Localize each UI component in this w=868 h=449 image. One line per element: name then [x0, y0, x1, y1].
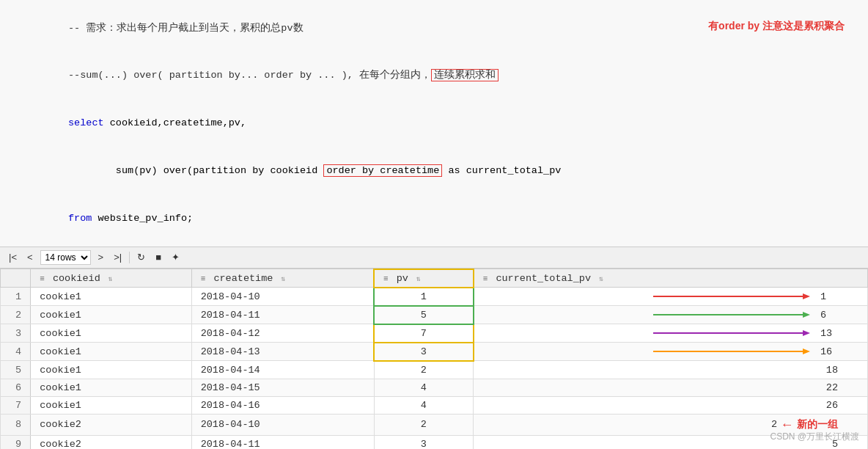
table-row: 3cookie12018-04-12713: [1, 324, 868, 343]
col-createtime[interactable]: ≡ createtime ⇅: [191, 269, 374, 288]
cookieid-col-label: cookieid: [53, 273, 100, 284]
cell-pv: 2: [374, 361, 474, 379]
col-current-total-pv[interactable]: ≡ current_total_pv ⇅: [474, 269, 868, 288]
code-line4: sum(pv) over(partition by cookieid order…: [9, 147, 708, 194]
cell-cookieid: cookie1: [31, 361, 191, 379]
cookieid-sort-icon[interactable]: ⇅: [108, 275, 113, 283]
arrow-svg: [653, 310, 814, 320]
createtime-col-icon: ≡: [201, 274, 206, 283]
createtime-sort-icon[interactable]: ⇅: [282, 275, 286, 283]
row-number: 4: [1, 343, 31, 361]
annotation-block: 有order by 注意这是累积聚合: [708, 4, 859, 34]
cell-cookieid: cookie1: [31, 343, 191, 361]
code-line3: select cookieid,createtime,pv,: [9, 100, 708, 147]
pv-col-label: pv: [397, 273, 408, 284]
svg-marker-7: [803, 348, 810, 354]
pv-col-icon: ≡: [383, 274, 389, 283]
new-group-label: 新的一组: [797, 418, 838, 431]
code-block: -- 需求：求出每个用户截止到当天，累积的总pv数 --sum(...) ove…: [9, 4, 708, 242]
rows-select[interactable]: 14 rows: [40, 250, 91, 265]
cell-createtime: 2018-04-13: [191, 343, 374, 361]
cell-pv: 4: [374, 396, 474, 414]
cell-cookieid: cookie2: [31, 435, 191, 449]
table-header: ≡ cookieid ⇅ ≡ createtime ⇅ ≡ pv ⇅: [1, 269, 868, 288]
code-comment1: -- 需求：求出每个用户截止到当天，累积的总pv数: [9, 4, 708, 52]
current-total-pv-col-label: current_total_pv: [496, 273, 591, 284]
highlight-cumulative: 连续累积求和: [431, 69, 499, 81]
row-number: 3: [1, 324, 31, 343]
row-number: 9: [1, 435, 31, 449]
cell-current-total-pv: 26: [474, 396, 868, 414]
refresh-button[interactable]: ↻: [134, 250, 148, 264]
results-table: ≡ cookieid ⇅ ≡ createtime ⇅ ≡ pv ⇅: [0, 269, 868, 449]
table-container[interactable]: ≡ cookieid ⇅ ≡ createtime ⇅ ≡ pv ⇅: [0, 269, 868, 449]
code-fields: cookieid,createtime,pv,: [104, 117, 246, 128]
code-table: website_pv_info;: [92, 213, 193, 224]
table-row: 1cookie12018-04-1011: [1, 288, 868, 306]
cell-cookieid: cookie1: [31, 306, 191, 324]
table-row: 2cookie12018-04-1156: [1, 306, 868, 324]
cell-current-total-pv: 13: [474, 324, 868, 343]
main-container: -- 需求：求出每个用户截止到当天，累积的总pv数 --sum(...) ove…: [0, 0, 868, 449]
arrow-svg: [653, 291, 814, 302]
row-number: 2: [1, 306, 31, 324]
cell-pv: 2: [374, 414, 474, 435]
svg-marker-5: [803, 330, 810, 336]
table-row: 6cookie12018-04-15422: [1, 379, 868, 396]
left-arrow-icon: ←: [783, 417, 791, 432]
cell-pv: 1: [374, 288, 474, 306]
prev-page-button[interactable]: <: [24, 250, 36, 264]
createtime-col-label: createtime: [213, 273, 273, 284]
from-keyword: from: [68, 213, 92, 224]
cell-current-total-pv: 6: [474, 306, 868, 324]
cookieid-col-icon: ≡: [40, 274, 45, 283]
cell-createtime: 2018-04-10: [191, 288, 374, 306]
table-body: 1cookie12018-04-10112cookie12018-04-1156…: [1, 288, 868, 449]
total-pv-value: 16: [820, 346, 838, 357]
total-pv-value: 1: [820, 291, 838, 302]
row-number: 5: [1, 361, 31, 379]
toolbar-divider1: [129, 252, 130, 263]
row-number: 6: [1, 379, 31, 396]
col-pv[interactable]: ≡ pv ⇅: [374, 269, 474, 288]
next-page-button[interactable]: >: [95, 250, 107, 264]
cell-current-total-pv: 16: [474, 343, 868, 361]
cell-pv: 3: [374, 435, 474, 449]
row-number: 7: [1, 396, 31, 414]
cell-pv: 3: [374, 343, 474, 361]
table-row: 7cookie12018-04-16426: [1, 396, 868, 414]
table-row: 5cookie12018-04-14218: [1, 361, 868, 379]
cell-current-total-pv: 1: [474, 288, 868, 306]
cell-cookieid: cookie1: [31, 324, 191, 343]
stop-button[interactable]: ■: [152, 250, 164, 264]
row-number: 8: [1, 414, 31, 435]
cell-createtime: 2018-04-11: [191, 435, 374, 449]
current-total-pv-col-icon: ≡: [483, 274, 488, 283]
pv-sort-icon[interactable]: ⇅: [416, 275, 421, 283]
col-rownum: [1, 269, 31, 288]
cell-createtime: 2018-04-12: [191, 324, 374, 343]
code-area: -- 需求：求出每个用户截止到当天，累积的总pv数 --sum(...) ove…: [0, 0, 868, 247]
current-total-pv-sort-icon[interactable]: ⇅: [599, 275, 603, 283]
table-row: 9cookie22018-04-1135: [1, 435, 868, 449]
table-row: 4cookie12018-04-13316: [1, 343, 868, 361]
svg-marker-1: [803, 293, 810, 299]
cell-createtime: 2018-04-16: [191, 396, 374, 414]
cell-createtime: 2018-04-15: [191, 379, 374, 396]
table-row: 8cookie22018-04-1022←新的一组: [1, 414, 868, 435]
arrow-svg: [653, 346, 814, 357]
code-as-suffix: as current_total_pv: [442, 165, 561, 176]
pin-button[interactable]: ✦: [169, 250, 183, 264]
last-page-button[interactable]: >|: [111, 250, 125, 264]
code-sum-prefix: sum(pv) over(partition by cookieid: [68, 165, 323, 176]
first-page-button[interactable]: |<: [6, 250, 20, 264]
row-number: 1: [1, 288, 31, 306]
cell-cookieid: cookie1: [31, 379, 191, 396]
total-pv-value: 6: [820, 310, 838, 321]
col-cookieid[interactable]: ≡ cookieid ⇅: [31, 269, 191, 288]
code-line5: from website_pv_info;: [9, 194, 708, 242]
cell-cookieid: cookie1: [31, 288, 191, 306]
code-comment2: --sum(...) over( partition by... order b…: [9, 52, 708, 100]
cell-current-total-pv: 18: [474, 361, 868, 379]
toolbar: |< < 14 rows > >| ↻ ■ ✦: [0, 247, 868, 269]
